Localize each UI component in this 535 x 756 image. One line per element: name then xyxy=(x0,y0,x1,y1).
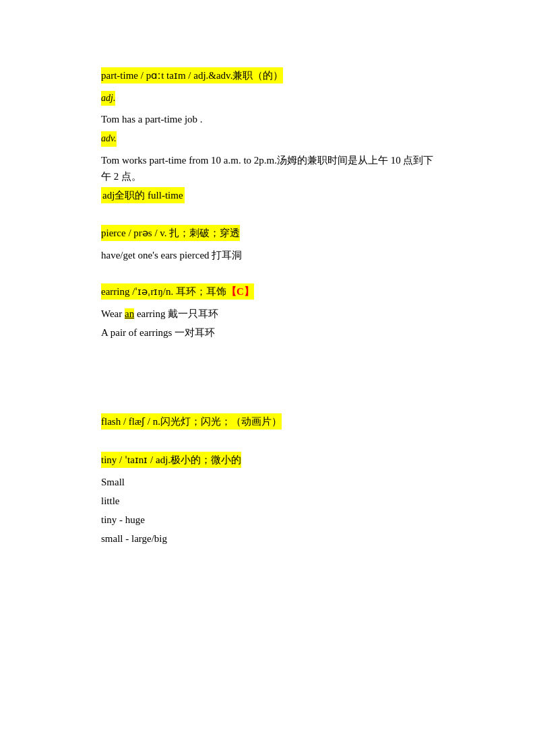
section-pierce: pierce / prəs / v. 扎；刺破；穿透 have/get one'… xyxy=(101,225,434,263)
part-time-example2: Tom works part-time from 10 a.m. to 2p.m… xyxy=(101,152,434,184)
part-time-antonym: adj全职的 full-time xyxy=(101,187,434,206)
section-tiny: tiny / ˈtaɪnɪ / adj.极小的；微小的 Small little… xyxy=(101,452,434,547)
page-content: part-time / pɑːt taɪm / adj.&adv.兼职（的） a… xyxy=(0,0,535,606)
part-time-pos1: adj. xyxy=(101,90,434,108)
tiny-antonym1: tiny - huge xyxy=(101,512,434,528)
tiny-synonym2: little xyxy=(101,493,434,509)
earring-example2: A pair of earrings 一对耳环 xyxy=(101,324,434,341)
pierce-example1: have/get one's ears pierced 打耳洞 xyxy=(101,247,434,263)
pierce-header: pierce / prəs / v. 扎；刺破；穿透 xyxy=(101,225,434,244)
tiny-synonym1: Small xyxy=(101,474,434,490)
tiny-header: tiny / ˈtaɪnɪ / adj.极小的；微小的 xyxy=(101,452,434,471)
tiny-antonym2: small - large/big xyxy=(101,530,434,547)
section-part-time: part-time / pɑːt taɪm / adj.&adv.兼职（的） a… xyxy=(101,67,434,206)
part-time-example1: Tom has a part-time job . xyxy=(101,111,434,127)
flash-header: flash / flæʃ / n.闪光灯；闪光；（动画片） xyxy=(101,413,434,433)
earring-example1: Wear an earring 戴一只耳环 xyxy=(101,306,434,322)
earring-header: earring /ˈɪəˌrɪŋ/n. 耳环；耳饰【C】 xyxy=(101,283,434,303)
section-earring: earring /ˈɪəˌrɪŋ/n. 耳环；耳饰【C】 Wear an ear… xyxy=(101,283,434,341)
spacer1 xyxy=(101,359,434,413)
part-time-pos2: adv. xyxy=(101,130,434,149)
part-time-header: part-time / pɑːt taɪm / adj.&adv.兼职（的） xyxy=(101,67,434,87)
section-flash: flash / flæʃ / n.闪光灯；闪光；（动画片） xyxy=(101,413,434,433)
